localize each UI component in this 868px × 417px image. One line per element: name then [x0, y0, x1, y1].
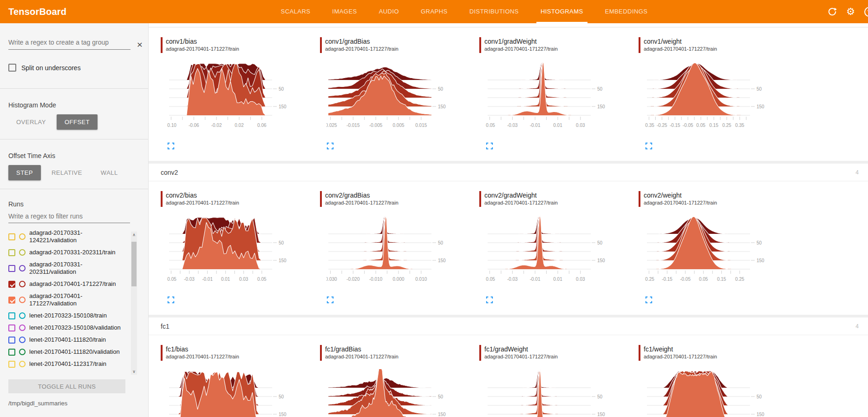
svg-text:0.05: 0.05: [699, 277, 708, 282]
run-checkbox[interactable]: [8, 249, 15, 256]
run-row[interactable]: adagrad-20170401-171227/validation: [8, 290, 127, 310]
chart-run-label: adagrad-20170401-171227/train: [325, 353, 398, 360]
chart-title: fc1/bias: [166, 345, 239, 353]
svg-text:50: 50: [597, 394, 603, 399]
tab-scalars[interactable]: SCALARS: [281, 0, 311, 23]
run-row[interactable]: adagrad-20170401-171227/train: [8, 278, 127, 290]
card-titles: fc1/weight adagrad-20170401-171227/train: [644, 345, 717, 361]
histogram-card: fc1/bias adagrad-20170401-171227/train 5…: [161, 345, 310, 417]
run-checkbox[interactable]: [8, 233, 15, 240]
run-color-circle-icon[interactable]: [19, 349, 26, 355]
toggle-all-runs-button[interactable]: TOGGLE ALL RUNS: [8, 379, 125, 393]
runs-filter-input[interactable]: [8, 210, 130, 223]
tab-images[interactable]: IMAGES: [332, 0, 357, 23]
app-title: TensorBoard: [0, 0, 116, 23]
run-color-circle-icon[interactable]: [19, 249, 26, 256]
run-color-circle-icon[interactable]: [19, 233, 26, 240]
run-checkbox[interactable]: [8, 324, 15, 331]
refresh-icon[interactable]: [828, 7, 837, 16]
svg-text:-0.25: -0.25: [657, 123, 667, 128]
svg-text:50: 50: [757, 86, 762, 92]
run-color-bar: [320, 345, 322, 361]
settings-icon[interactable]: ⚙: [846, 7, 855, 17]
svg-text:0.25: 0.25: [735, 277, 744, 282]
expand-chart-button[interactable]: [326, 296, 334, 304]
scroll-up-icon[interactable]: ∧: [131, 232, 137, 238]
run-row[interactable]: lenet-20170401-112317/train: [8, 358, 127, 370]
svg-text:-0.005: -0.005: [369, 123, 383, 128]
run-color-circle-icon[interactable]: [19, 312, 26, 319]
svg-text:0.15: 0.15: [709, 123, 718, 128]
run-checkbox[interactable]: [8, 312, 15, 319]
offset-axis-wall-button[interactable]: WALL: [93, 165, 126, 180]
run-checkbox[interactable]: [8, 337, 15, 344]
histogram-mode-options: OVERLAYOFFSET: [8, 114, 148, 130]
expand-chart-button[interactable]: [486, 296, 493, 304]
run-color-circle-icon[interactable]: [19, 337, 26, 343]
scrollbar-thumb[interactable]: [131, 242, 137, 286]
run-color-circle-icon[interactable]: [19, 265, 26, 271]
card-header: conv2/bias adagrad-20170401-171227/train: [161, 191, 310, 207]
run-row[interactable]: lenet-20170323-150108/train: [8, 310, 127, 322]
section-header-fc1[interactable]: fc14: [149, 318, 868, 335]
chart-title: conv2/gradWeight: [484, 191, 558, 199]
divider: [0, 139, 148, 139]
svg-text:-0.05: -0.05: [486, 123, 495, 128]
chart-title: conv1/gradWeight: [484, 37, 558, 46]
tag-filter-row: ×: [8, 39, 143, 50]
run-row[interactable]: adagrad-20170331-124221/validation: [8, 227, 127, 246]
run-checkbox[interactable]: [8, 297, 15, 304]
tab-audio[interactable]: AUDIO: [379, 0, 399, 23]
run-checkbox[interactable]: [8, 361, 15, 368]
help-icon[interactable]: ?: [864, 7, 868, 17]
chart-title: conv1/gradBias: [325, 37, 398, 46]
svg-text:50: 50: [279, 240, 284, 245]
histogram-card: conv1/gradBias adagrad-20170401-171227/t…: [320, 37, 469, 150]
expand-chart-button[interactable]: [486, 142, 493, 150]
svg-text:50: 50: [597, 240, 603, 245]
expand-chart-button[interactable]: [326, 142, 334, 150]
runs-list: ∧ ∨ adagrad-20170331-124221/validationad…: [8, 227, 148, 376]
expand-chart-button[interactable]: [167, 296, 175, 304]
run-checkbox[interactable]: [8, 281, 15, 288]
tag-filter-input[interactable]: [8, 39, 131, 50]
tab-graphs[interactable]: GRAPHS: [421, 0, 448, 23]
run-color-circle-icon[interactable]: [19, 324, 26, 331]
run-checkbox[interactable]: [8, 349, 15, 356]
expand-chart-button[interactable]: [645, 142, 653, 150]
svg-text:0.03: 0.03: [576, 123, 585, 128]
tab-histograms[interactable]: HISTOGRAMS: [541, 0, 583, 23]
run-row[interactable]: adagrad-20170331-202311/train: [8, 246, 127, 258]
svg-text:150: 150: [757, 412, 764, 417]
expand-chart-button[interactable]: [645, 296, 653, 304]
run-color-circle-icon[interactable]: [19, 361, 26, 367]
run-color-circle-icon[interactable]: [19, 281, 26, 287]
run-row[interactable]: lenet-20170401-111820/train: [8, 334, 127, 346]
split-underscores-checkbox[interactable]: [8, 64, 16, 72]
svg-text:-0.010: -0.010: [369, 277, 383, 282]
runs-scrollbar[interactable]: ∧ ∨: [131, 232, 137, 375]
run-row[interactable]: lenet-20170323-150108/validation: [8, 322, 127, 334]
tab-embeddings[interactable]: EMBEDDINGS: [605, 0, 648, 23]
run-color-circle-icon[interactable]: [19, 297, 26, 303]
histogram-chart: 50150-0.05-0.03-0.010.010.030.05: [167, 212, 310, 291]
offset-axis-step-button[interactable]: STEP: [8, 165, 41, 180]
expand-chart-button[interactable]: [167, 142, 175, 150]
svg-text:0.05: 0.05: [257, 277, 267, 282]
svg-text:-0.01: -0.01: [202, 277, 213, 282]
run-checkbox[interactable]: [8, 265, 15, 272]
run-row[interactable]: adagrad-20170331-202311/validation: [8, 258, 127, 278]
run-row[interactable]: lenet-20170401-111820/validation: [8, 346, 127, 358]
clear-tag-filter-button[interactable]: ×: [137, 40, 143, 49]
svg-text:150: 150: [279, 412, 287, 417]
histogram-card: conv2/weight adagrad-20170401-171227/tra…: [639, 191, 788, 304]
offset-axis-relative-button[interactable]: RELATIVE: [44, 165, 90, 180]
histogram-mode-overlay-button[interactable]: OVERLAY: [8, 114, 54, 130]
scroll-down-icon[interactable]: ∨: [131, 368, 137, 375]
svg-text:0.000: 0.000: [392, 277, 404, 282]
histogram-mode-offset-button[interactable]: OFFSET: [57, 114, 98, 130]
section-header-conv2[interactable]: conv24: [149, 164, 868, 181]
tab-distributions[interactable]: DISTRIBUTIONS: [470, 0, 519, 23]
cards-row-conv2: conv2/bias adagrad-20170401-171227/train…: [149, 181, 868, 315]
run-name: adagrad-20170331-124221/validation: [29, 229, 122, 244]
